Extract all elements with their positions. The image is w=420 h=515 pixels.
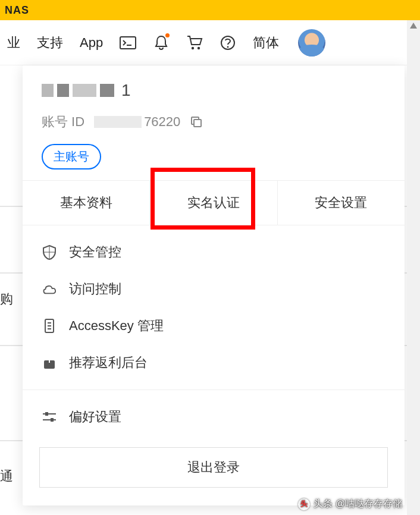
username-suffix: 1 — [121, 81, 131, 100]
menu-divider — [23, 390, 405, 390]
header-navigation: 业 支持 App 简体 — [0, 20, 420, 65]
blur-mask — [42, 84, 54, 97]
account-id-value: 76220 — [94, 114, 180, 130]
menu-accesskey[interactable]: AccessKey 管理 — [23, 307, 405, 344]
svg-rect-13 — [51, 418, 54, 422]
nav-item-app[interactable]: App — [80, 35, 103, 51]
account-id-row: 账号 ID 76220 — [42, 113, 385, 131]
svg-rect-7 — [194, 120, 201, 127]
tab-realname-auth[interactable]: 实名认证 — [150, 181, 277, 225]
svg-rect-0 — [120, 37, 136, 49]
nav-item-support[interactable]: 支持 — [37, 34, 63, 52]
terminal-icon[interactable] — [120, 34, 136, 51]
sliders-icon — [42, 409, 57, 425]
tab-security-settings[interactable]: 安全设置 — [278, 181, 405, 225]
logout-button[interactable]: 退出登录 — [39, 447, 388, 488]
dropdown-menu: 安全管控 访问控制 AccessKey 管理 推荐返利后台 偏好设置 — [23, 225, 405, 435]
svg-point-5 — [227, 46, 229, 48]
help-icon[interactable] — [220, 34, 236, 51]
user-dropdown-panel: 1 账号 ID 76220 主账号 基本资料 实名认证 安全设置 安全管控 — [23, 65, 405, 505]
svg-rect-11 — [45, 412, 48, 416]
menu-security-control[interactable]: 安全管控 — [23, 234, 405, 271]
top-brand-bar: NAS — [0, 0, 420, 20]
bg-text-fragment: 通 — [0, 467, 13, 485]
dropdown-header: 1 账号 ID 76220 主账号 — [23, 65, 405, 180]
watermark: 头 头条 @咕哒存存存储 — [298, 498, 402, 510]
svg-point-3 — [198, 46, 200, 49]
menu-access-control[interactable]: 访问控制 — [23, 271, 405, 307]
user-avatar[interactable] — [298, 29, 325, 56]
upload-icon — [42, 355, 57, 370]
menu-label: 安全管控 — [69, 243, 121, 261]
blur-mask — [94, 116, 142, 128]
shield-icon — [42, 244, 57, 260]
key-icon — [42, 318, 57, 334]
menu-referral[interactable]: 推荐返利后台 — [23, 344, 405, 381]
bg-text-fragment: 购 — [0, 290, 13, 308]
cloud-icon — [42, 281, 57, 297]
blur-mask — [57, 84, 69, 97]
watermark-icon: 头 — [298, 498, 310, 510]
account-id-suffix: 76220 — [144, 114, 180, 130]
nav-item-business[interactable]: 业 — [7, 34, 20, 52]
tab-basic-info[interactable]: 基本资料 — [23, 181, 150, 225]
cart-icon[interactable] — [186, 34, 203, 51]
username-row: 1 — [42, 81, 385, 100]
brand-title: NAS — [5, 4, 29, 17]
dropdown-tabs: 基本资料 实名认证 安全设置 — [23, 180, 405, 225]
menu-label: 推荐返利后台 — [69, 354, 148, 372]
svg-point-2 — [192, 46, 194, 49]
blur-mask — [73, 84, 96, 97]
copy-icon[interactable] — [190, 115, 203, 128]
account-id-label: 账号 ID — [42, 113, 84, 131]
notification-dot — [165, 33, 170, 37]
account-type-badge: 主账号 — [42, 144, 101, 169]
watermark-text: 头条 @咕哒存存存储 — [314, 498, 402, 510]
language-selector[interactable]: 简体 — [253, 34, 279, 52]
menu-preferences[interactable]: 偏好设置 — [23, 398, 405, 435]
menu-label: 访问控制 — [69, 280, 121, 298]
bell-icon[interactable] — [153, 34, 170, 51]
menu-label: AccessKey 管理 — [69, 317, 164, 335]
menu-label: 偏好设置 — [69, 408, 121, 426]
blur-mask — [100, 84, 114, 97]
scrollbar-vertical[interactable] — [407, 20, 420, 515]
